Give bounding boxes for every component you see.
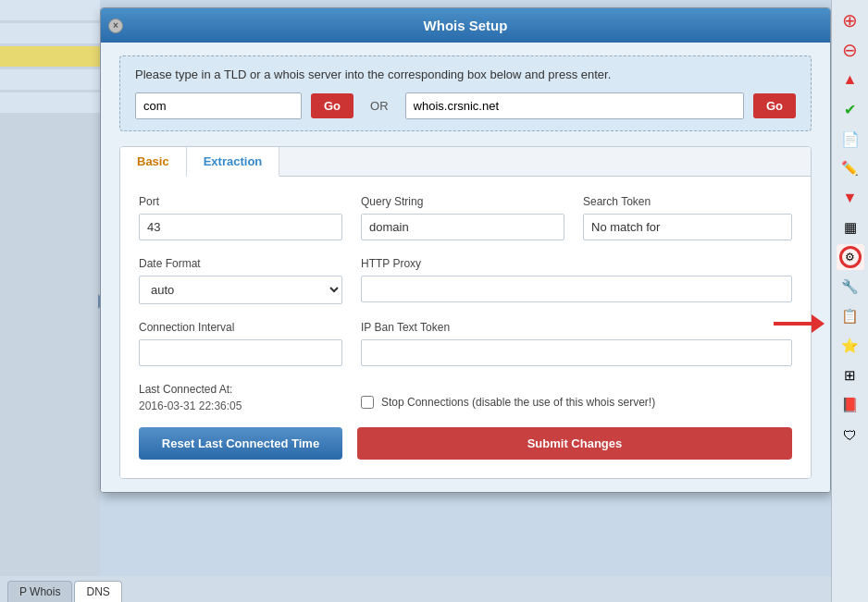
port-label: Port (139, 195, 342, 208)
search-token-label: Search Token (583, 195, 792, 208)
server-input[interactable] (405, 92, 744, 119)
search-token-group: Search Token (583, 195, 792, 240)
minus-icon[interactable]: ⊖ (837, 37, 864, 63)
port-input[interactable] (139, 214, 342, 240)
check-icon[interactable]: ✔ (837, 96, 864, 122)
query-string-group: Query String (361, 195, 564, 240)
tab-extraction[interactable]: Extraction (187, 147, 280, 177)
bottom-tabs: P Whois DNS (0, 576, 831, 602)
bottom-tab-whois[interactable]: P Whois (7, 581, 72, 602)
whois-setup-modal: × Whois Setup Please type in a TLD or a … (100, 7, 831, 493)
form-row-1: Port Query String Search Token (139, 195, 792, 240)
bottom-form-row: Last Connected At: 2016-03-31 22:36:05 S… (139, 383, 792, 412)
date-format-label: Date Format (139, 257, 342, 270)
date-format-select[interactable]: auto manual (139, 276, 342, 304)
go-button-1[interactable]: Go (311, 93, 353, 118)
reset-button[interactable]: Reset Last Connected Time (139, 427, 342, 460)
sidebar-line-yellow (0, 46, 100, 67)
ip-ban-group: IP Ban Text Token (361, 321, 792, 366)
shield-icon[interactable]: 🛡 (837, 422, 864, 448)
form-row-2: Date Format auto manual HTTP Proxy (139, 257, 792, 304)
query-string-input[interactable] (361, 214, 564, 240)
search-token-input[interactable] (583, 214, 792, 240)
checklist-icon[interactable]: 📋 (837, 303, 864, 329)
last-connected-date: 2016-03-31 22:36:05 (139, 399, 342, 412)
stop-connections-checkbox[interactable] (361, 396, 374, 409)
http-proxy-input[interactable] (361, 276, 792, 302)
doc-icon[interactable]: 📄 (837, 126, 864, 152)
sidebar-line (0, 92, 100, 113)
instruction-box: Please type in a TLD or a whois server i… (119, 55, 812, 131)
bottom-tab-dns[interactable]: DNS (74, 581, 121, 602)
arrow-red (774, 314, 825, 333)
connection-interval-input[interactable] (139, 339, 342, 366)
close-icon: × (113, 20, 118, 31)
connection-interval-group: Connection Interval (139, 321, 342, 366)
date-format-group: Date Format auto manual (139, 257, 342, 304)
ip-ban-label: IP Ban Text Token (361, 321, 792, 334)
table-icon[interactable]: ▦ (837, 215, 864, 240)
left-sidebar (0, 0, 100, 602)
input-row: Go OR Go (135, 92, 796, 119)
tabs-section: Basic Extraction Port Query String Searc… (119, 146, 812, 479)
sidebar-line (0, 23, 100, 43)
book-icon[interactable]: 📕 (837, 392, 864, 418)
go-button-2[interactable]: Go (753, 93, 796, 118)
up-arrow-icon[interactable]: ▲ (837, 67, 864, 92)
tab-bar: Basic Extraction (120, 147, 811, 177)
stop-connections-label: Stop Connections (disable the use of thi… (381, 396, 655, 409)
grid-icon[interactable]: ⊞ (837, 362, 864, 388)
query-string-label: Query String (361, 195, 564, 208)
last-connected-label: Last Connected At: (139, 383, 342, 396)
or-label: OR (370, 99, 389, 113)
settings-icon[interactable]: ⚙ (837, 244, 864, 270)
tab-basic[interactable]: Basic (120, 147, 187, 177)
last-connected-group: Last Connected At: 2016-03-31 22:36:05 (139, 383, 342, 412)
down-arrow-icon[interactable]: ▼ (837, 185, 864, 211)
port-group: Port (139, 195, 342, 240)
modal-titlebar: × Whois Setup (101, 8, 830, 43)
wrench-icon[interactable]: 🔧 (837, 274, 864, 300)
stop-connections-group: Stop Connections (disable the use of thi… (361, 396, 792, 412)
modal-body: Please type in a TLD or a whois server i… (101, 43, 830, 492)
tld-input[interactable] (135, 92, 302, 119)
form-row-3: Connection Interval IP Ban Text Token (139, 321, 792, 366)
http-proxy-group: HTTP Proxy (361, 257, 792, 304)
http-proxy-label: HTTP Proxy (361, 257, 792, 270)
arrow-indicator (774, 314, 829, 333)
submit-button[interactable]: Submit Changes (357, 427, 792, 460)
ip-ban-input[interactable] (361, 339, 792, 366)
connection-interval-label: Connection Interval (139, 321, 342, 334)
instruction-text: Please type in a TLD or a whois server i… (135, 68, 796, 81)
star-icon[interactable]: ⭐ (837, 333, 864, 359)
modal-title: Whois Setup (424, 18, 508, 33)
action-row: Reset Last Connected Time Submit Changes (139, 427, 792, 460)
sidebar-line (0, 69, 100, 90)
sidebar-line (0, 0, 100, 20)
right-sidebar: ⊕ ⊖ ▲ ✔ 📄 ✏️ ▼ ▦ ⚙ 🔧 📋 ⭐ ⊞ 📕 🛡 (831, 0, 868, 602)
tab-content-basic: Port Query String Search Token (120, 177, 811, 478)
pencil-icon[interactable]: ✏️ (837, 155, 864, 181)
plus-icon[interactable]: ⊕ (837, 7, 864, 33)
close-button[interactable]: × (108, 18, 123, 33)
